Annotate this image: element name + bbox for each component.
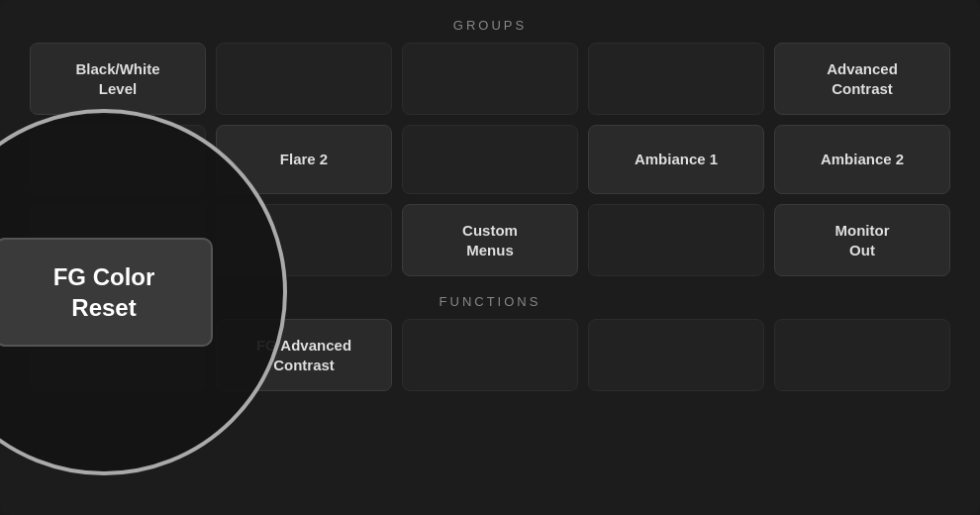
fg-color-reset-button[interactable]: FG ColorReset <box>0 238 213 347</box>
group-btn-empty-3 <box>588 43 764 115</box>
group-btn-ambiance1[interactable]: Ambiance 1 <box>588 125 764 194</box>
group-btn-empty-8 <box>588 204 764 276</box>
func-btn-empty-4 <box>774 319 950 391</box>
group-btn-black-white-level[interactable]: Black/WhiteLevel <box>30 43 206 115</box>
group-btn-custom-menus[interactable]: CustomMenus <box>402 204 578 276</box>
group-btn-empty-1 <box>216 43 392 115</box>
group-btn-ambiance2[interactable]: Ambiance 2 <box>774 125 950 194</box>
main-container: GROUPS Black/WhiteLevel AdvancedContrast… <box>0 0 980 515</box>
func-btn-empty-2 <box>402 319 578 391</box>
group-btn-empty-5 <box>402 125 578 194</box>
func-btn-empty-3 <box>588 319 764 391</box>
groups-label: GROUPS <box>30 0 950 33</box>
groups-row1: Black/WhiteLevel AdvancedContrast <box>30 43 950 115</box>
group-btn-empty-2 <box>402 43 578 115</box>
group-btn-monitor-out[interactable]: MonitorOut <box>774 204 950 276</box>
group-btn-advanced-contrast[interactable]: AdvancedContrast <box>774 43 950 115</box>
